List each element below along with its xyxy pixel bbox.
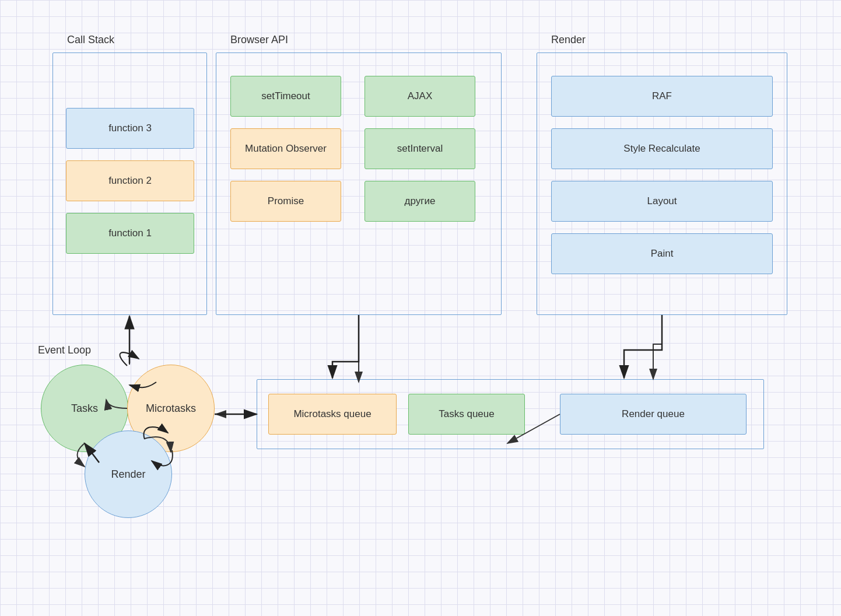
function3-box: function 3 [66, 108, 194, 149]
function3-label: function 3 [108, 123, 152, 134]
raf-box: RAF [551, 76, 773, 117]
diagram: Call Stack function 3 function 2 functio… [0, 0, 841, 616]
setInterval-label: setInterval [397, 143, 443, 155]
tasks-circle-label: Tasks [71, 402, 98, 415]
drugie-box: другие [365, 181, 475, 222]
function2-label: function 2 [108, 175, 152, 187]
render-circle: Render [85, 430, 172, 518]
event-loop-label: Event Loop [38, 344, 91, 356]
raf-label: RAF [652, 90, 672, 102]
paint-label: Paint [651, 248, 674, 260]
render-queue-box: Render queue [560, 394, 747, 435]
setTimeout-label: setTimeout [261, 90, 310, 102]
microtasks-queue-label: Microtasks queue [293, 408, 371, 420]
tasks-queue-label: Tasks queue [439, 408, 494, 420]
microtasks-circle-label: Microtasks [146, 402, 196, 415]
promise-label: Promise [268, 195, 304, 207]
tasks-queue-box: Tasks queue [408, 394, 525, 435]
function1-label: function 1 [108, 228, 152, 239]
function2-box: function 2 [66, 160, 194, 201]
call-stack-label: Call Stack [67, 34, 114, 46]
microtasks-queue-box: Microtasks queue [268, 394, 397, 435]
render-circle-label: Render [111, 468, 145, 481]
drugie-label: другие [405, 195, 436, 207]
render-label: Render [551, 34, 586, 46]
browser-api-label: Browser API [230, 34, 288, 46]
paint-box: Paint [551, 233, 773, 274]
render-queue-label: Render queue [622, 408, 685, 420]
ajax-label: AJAX [408, 90, 433, 102]
setInterval-box: setInterval [365, 128, 475, 169]
mutation-observer-label: Mutation Observer [245, 143, 327, 155]
promise-box: Promise [230, 181, 341, 222]
style-recalculate-label: Style Recalculate [623, 143, 700, 155]
ajax-box: AJAX [365, 76, 475, 117]
setTimeout-box: setTimeout [230, 76, 341, 117]
layout-label: Layout [647, 195, 677, 207]
function1-box: function 1 [66, 213, 194, 254]
layout-box: Layout [551, 181, 773, 222]
mutation-observer-box: Mutation Observer [230, 128, 341, 169]
style-recalculate-box: Style Recalculate [551, 128, 773, 169]
